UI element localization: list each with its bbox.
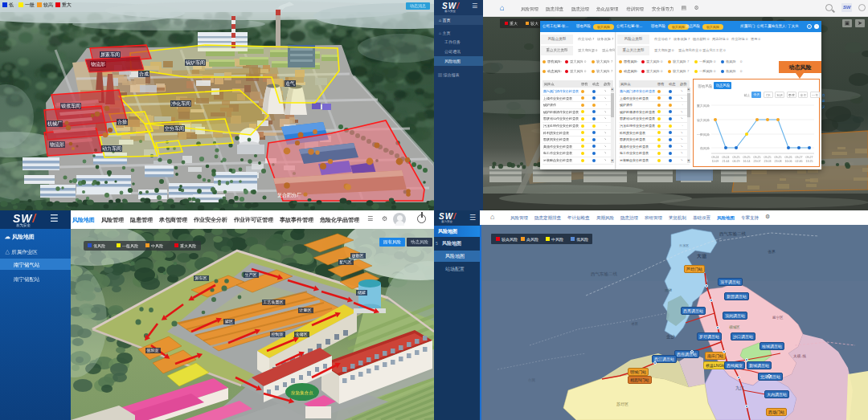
svg-text:09-27: 09-27 <box>796 156 803 159</box>
svg-text:09-24: 09-24 <box>723 156 730 159</box>
svg-text:低风险: 低风险 <box>700 146 710 150</box>
svg-text:21:44: 21:44 <box>723 160 730 163</box>
svg-text:11:09: 11:09 <box>712 160 719 163</box>
svg-text:应急集合点: 应急集合点 <box>291 390 313 396</box>
svg-text:09-25: 09-25 <box>733 156 740 159</box>
svg-text:09-25: 09-25 <box>743 156 751 159</box>
svg-text:23:08: 23:08 <box>775 160 782 163</box>
svg-text:09-26: 09-26 <box>785 156 792 159</box>
svg-text:09-24: 09-24 <box>712 156 719 159</box>
svg-text:09-25: 09-25 <box>775 156 782 159</box>
svg-text:09-27: 09-27 <box>806 156 813 159</box>
svg-text:23:07: 23:07 <box>754 160 761 163</box>
svg-text:09-25: 09-25 <box>754 156 761 159</box>
svg-text:23:03: 23:03 <box>764 160 772 163</box>
svg-text:16:14: 16:14 <box>743 160 751 163</box>
svg-text:09-25: 09-25 <box>764 156 772 159</box>
svg-text:重大风险: 重大风险 <box>696 104 710 108</box>
svg-text:一般风险: 一般风险 <box>697 133 710 137</box>
svg-text:较大风险: 较大风险 <box>697 118 710 122</box>
svg-text:02:46: 02:46 <box>796 160 803 163</box>
svg-text:06:29: 06:29 <box>733 160 740 163</box>
svg-text:13:25: 13:25 <box>806 160 813 163</box>
svg-text:16:06: 16:06 <box>785 160 792 163</box>
